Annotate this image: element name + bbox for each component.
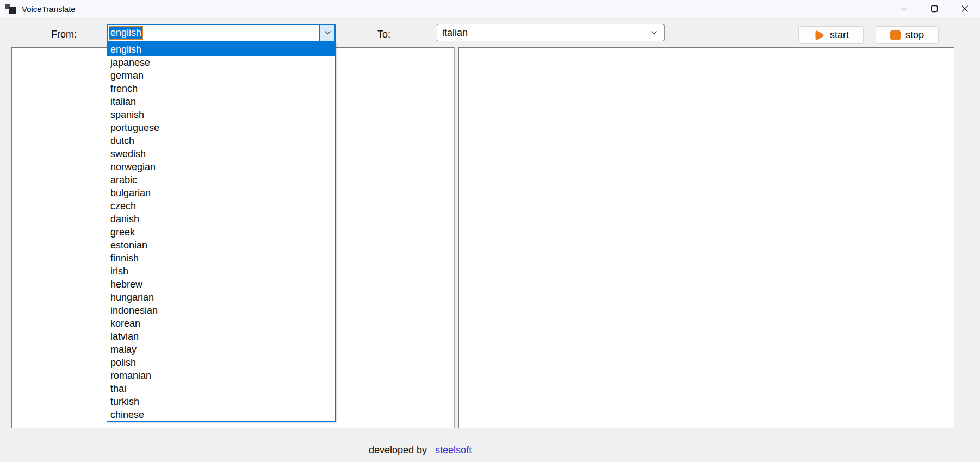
dropdown-list-item[interactable]: japanese (107, 56, 335, 69)
dropdown-list-item[interactable]: english (107, 43, 335, 56)
to-language-combobox[interactable]: italian (437, 24, 665, 41)
dropdown-list-item[interactable]: czech (107, 199, 335, 213)
from-combobox-dropdown-button[interactable] (319, 25, 334, 41)
maximize-icon (931, 5, 938, 13)
dropdown-list-item[interactable]: korean (107, 317, 335, 330)
from-combobox-selected-text: english (109, 27, 142, 39)
to-combobox-selected-text: italian (437, 27, 468, 39)
dropdown-list-item[interactable]: hungarian (107, 291, 335, 304)
dropdown-list-item[interactable]: latvian (107, 330, 335, 343)
dropdown-list-item[interactable]: polish (107, 356, 335, 369)
dropdown-list-item[interactable]: arabic (107, 173, 335, 186)
footer: developed by steelsoft (369, 445, 472, 456)
start-button-label: start (830, 29, 849, 41)
to-label: To: (377, 29, 390, 40)
dropdown-list-item[interactable]: italian (107, 95, 335, 108)
title-bar: VoiceTranslate (0, 0, 980, 17)
window-title: VoiceTranslate (22, 4, 76, 14)
minimize-icon (900, 5, 908, 13)
to-combobox-dropdown-button[interactable] (650, 30, 664, 35)
dropdown-list-item[interactable]: irish (107, 265, 335, 278)
dropdown-list-item[interactable]: french (107, 82, 335, 95)
dropdown-list-item[interactable]: portuguese (107, 121, 335, 134)
dropdown-list-item[interactable]: bulgarian (107, 186, 335, 199)
dropdown-list-item[interactable]: turkish (107, 395, 335, 408)
dropdown-list-item[interactable]: indonesian (107, 304, 335, 317)
from-language-combobox[interactable]: english (107, 24, 336, 42)
from-language-dropdown-list: englishjapanesegermanfrenchitalianspanis… (107, 42, 336, 422)
developed-by-text: developed by (369, 445, 427, 456)
stop-icon (890, 30, 901, 40)
from-combobox-input[interactable]: english (108, 25, 319, 41)
stop-button-label: stop (905, 29, 924, 41)
dropdown-list-item[interactable]: hebrew (107, 278, 335, 291)
dropdown-list-item[interactable]: german (107, 69, 335, 82)
dropdown-list-item[interactable]: malay (107, 343, 335, 356)
chevron-down-icon (650, 30, 658, 35)
dropdown-list-item[interactable]: spanish (107, 108, 335, 121)
dropdown-list-item[interactable]: greek (107, 226, 335, 239)
maximize-button[interactable] (919, 0, 950, 17)
dropdown-list-item[interactable]: norwegian (107, 160, 335, 173)
dropdown-list-item[interactable]: estonian (107, 239, 335, 252)
translated-text-panel[interactable] (458, 47, 954, 428)
start-button[interactable]: start (798, 26, 864, 44)
stop-button[interactable]: stop (876, 26, 939, 44)
dropdown-list-item[interactable]: thai (107, 382, 335, 395)
dropdown-list-item[interactable]: swedish (107, 147, 335, 160)
dropdown-list-item[interactable]: finnish (107, 252, 335, 265)
from-label: From: (51, 29, 77, 40)
window-controls (889, 0, 980, 17)
steelsoft-link[interactable]: steelsoft (435, 445, 472, 456)
dropdown-list-item[interactable]: chinese (107, 408, 335, 421)
dropdown-list-item[interactable]: danish (107, 213, 335, 226)
close-icon (961, 5, 969, 13)
app-window: VoiceTranslate From: english To: italian (0, 0, 980, 462)
chevron-down-icon (324, 30, 331, 35)
play-icon (813, 29, 825, 41)
minimize-button[interactable] (889, 0, 919, 17)
app-window-stack-icon (5, 3, 17, 14)
close-button[interactable] (950, 0, 980, 17)
dropdown-list-item[interactable]: dutch (107, 134, 335, 147)
dropdown-list-item[interactable]: romanian (107, 369, 335, 382)
